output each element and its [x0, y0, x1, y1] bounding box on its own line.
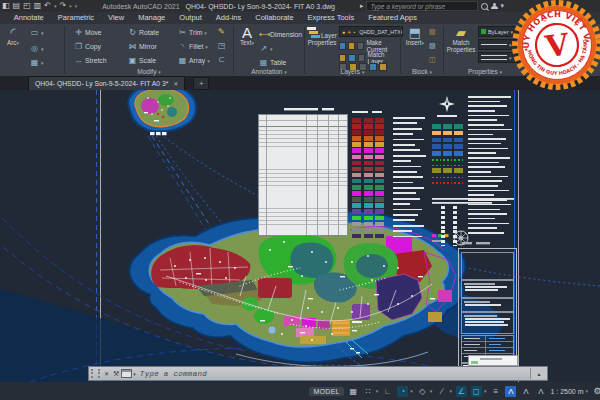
hatch-tool[interactable]: ▦▾: [30, 58, 44, 67]
search-expand-icon[interactable]: ▸: [360, 2, 364, 10]
panel-layers: Layer Properties ● ☀ ▪ QHDD_DAT_HTXH_1 ▾…: [306, 24, 399, 76]
ribbon-tab-annotate[interactable]: Annotate: [7, 12, 51, 24]
close-icon[interactable]: ✕: [104, 370, 109, 377]
ribbon-tab-output[interactable]: Output: [172, 12, 209, 24]
panel-label-modify[interactable]: Modify ▾: [66, 68, 232, 75]
rectangle-tool[interactable]: ▭▾: [30, 28, 44, 37]
erase-icon[interactable]: ✎: [218, 27, 225, 36]
redo-icon[interactable]: ↷: [59, 1, 66, 11]
route-legend-row: [432, 158, 463, 161]
redo-caret-icon[interactable]: ▾: [69, 3, 72, 9]
quick-access-toolbar[interactable]: ◧ ▤ ◰ ▥ ↶▾ ↷▾ ▾: [0, 1, 77, 11]
polar-tracking-icon[interactable]: ◔: [397, 386, 408, 397]
lineweight-icon[interactable]: ≡: [490, 386, 501, 397]
ribbon-tabs[interactable]: InsertAnnotateParametricViewManageOutput…: [0, 12, 424, 24]
ribbon-tab-view[interactable]: View: [101, 12, 131, 24]
layer-dropdown[interactable]: ● ☀ ▪ QHDD_DAT_HTXH_1 ▾: [339, 26, 403, 37]
dynamic-input-icon[interactable]: ◻: [471, 386, 482, 397]
offset-icon[interactable]: ⊂: [218, 55, 225, 64]
annotation-scale-value[interactable]: 1 : 2500 m: [550, 388, 583, 395]
circle-tool[interactable]: ◎▾: [30, 44, 44, 53]
legend-swatch-row: [352, 216, 384, 221]
osnap-caret-icon[interactable]: ▾: [484, 388, 487, 394]
edit-attribute-icon[interactable]: ▧: [429, 28, 436, 36]
snap-caret-icon[interactable]: ▾: [376, 388, 379, 394]
ribbon-tab-featured-apps[interactable]: Featured Apps: [361, 12, 424, 24]
status-bar: MODEL ▦ ∷▾ ∟ ◔▾ ◇▾ ∕▾ ∠ ◻▾ ≡ Λ Λ Λ 1 : 2…: [0, 382, 600, 400]
leader-button[interactable]: ↗▾: [259, 43, 273, 55]
match-properties-icon: ▰: [446, 26, 476, 40]
panel-modify: ✛Move ❐Copy ↔Stretch ↻Rotate ⋈Mirror ▣Sc…: [66, 24, 232, 76]
app-title: Autodesk AutoCAD 2021: [102, 3, 179, 10]
help-search-input[interactable]: Type a keyword or phrase: [366, 1, 478, 11]
arc-button[interactable]: ◜ Arc▾: [2, 26, 24, 47]
customize-icon[interactable]: ⚒: [113, 370, 119, 378]
mirror-button[interactable]: ⋈Mirror: [128, 41, 157, 53]
legend-swatch-row: [352, 136, 384, 141]
ribbon-tab-add-ins[interactable]: Add-ins: [209, 12, 248, 24]
object-snap-tracking-icon[interactable]: ∕: [436, 386, 447, 397]
app-icon[interactable]: ◧: [2, 1, 10, 11]
print-icon[interactable]: ▥: [34, 1, 42, 11]
account-icon[interactable]: [491, 3, 497, 9]
scale-text-mark: [437, 115, 457, 117]
drawing-file-tab[interactable]: QH04- QHSDD- Ly Son-9-5-2024- FIT A0 3* …: [28, 76, 185, 90]
command-bar-grip[interactable]: [91, 369, 100, 378]
undo-caret-icon[interactable]: ▾: [54, 3, 57, 9]
new-tab-button[interactable]: +: [193, 77, 209, 90]
match-properties-button[interactable]: ▰ Match Properties: [446, 26, 476, 53]
scale-caret-icon[interactable]: ▾: [585, 388, 588, 394]
ribbon-tab-parametric[interactable]: Parametric: [51, 12, 101, 24]
gear-icon[interactable]: ⚙: [592, 386, 600, 397]
block-editor-icon[interactable]: ▨: [429, 42, 436, 50]
panel-block: ⬒ Insert▾ ▧ ▨ ◫ Block ▾: [402, 24, 442, 76]
stretch-button[interactable]: ↔Stretch: [74, 55, 107, 67]
dimension-button[interactable]: ⟷Dimension: [259, 29, 302, 41]
command-line[interactable]: ✕ ⚒ ▾ Type a command ▲: [88, 366, 548, 381]
route-legend-row: [432, 138, 463, 143]
ortho-icon[interactable]: ∟: [382, 386, 393, 397]
grid-icon[interactable]: ▦: [348, 386, 359, 397]
account-caret-icon[interactable]: ▾: [500, 2, 504, 10]
isometric-caret-icon[interactable]: ▾: [430, 388, 433, 394]
command-input[interactable]: Type a command: [136, 370, 530, 378]
move-button[interactable]: ✛Move: [74, 27, 102, 39]
undo-icon[interactable]: ↶: [44, 1, 51, 11]
copy-button[interactable]: ❐Copy: [74, 41, 101, 53]
legend-swatch-row: [352, 209, 384, 214]
ribbon-tab-collaborate[interactable]: Collaborate: [248, 12, 300, 24]
search-icon[interactable]: [481, 3, 488, 10]
save-icon[interactable]: ▤: [13, 1, 21, 11]
ribbon-tab-insert[interactable]: Insert: [0, 12, 7, 24]
layer-properties-button[interactable]: Layer Properties: [307, 26, 337, 46]
insert-button[interactable]: ⬒ Insert▾: [404, 26, 426, 47]
autoscale-icon[interactable]: Λ: [520, 386, 531, 397]
rotate-button[interactable]: ↻Rotate: [128, 27, 159, 39]
trim-button[interactable]: ✂Trim▾: [178, 27, 207, 39]
array-button[interactable]: ▦Array▾: [178, 55, 210, 67]
scale-button[interactable]: ▣Scale: [128, 55, 156, 67]
panel-label-layers[interactable]: Layers ▾: [306, 68, 399, 75]
annotation-visibility-icon[interactable]: Λ: [505, 386, 516, 397]
define-attribute-icon[interactable]: ◫: [429, 56, 436, 64]
collapse-command-icon[interactable]: ▲: [530, 368, 547, 379]
model-space-button[interactable]: MODEL: [309, 387, 343, 396]
polar-caret-icon[interactable]: ▾: [410, 388, 413, 394]
text-button[interactable]: A Text▾: [237, 26, 257, 47]
fillet-button[interactable]: ◝Fillet▾: [178, 41, 208, 53]
open-icon[interactable]: ◰: [23, 1, 31, 11]
panel-label-block[interactable]: Block ▾: [402, 68, 442, 75]
isometric-icon[interactable]: ◇: [417, 386, 428, 397]
land-use-legend-swatches: [352, 118, 384, 240]
close-tab-icon[interactable]: ✕: [173, 80, 178, 87]
ribbon-tab-express-tools[interactable]: Express Tools: [301, 12, 362, 24]
tracking-caret-icon[interactable]: ▾: [449, 388, 452, 394]
snap-icon[interactable]: ∷: [363, 386, 374, 397]
ribbon-tab-manage[interactable]: Manage: [131, 12, 172, 24]
explode-icon[interactable]: ◳: [218, 41, 226, 50]
annotation-scale-icon[interactable]: Λ: [535, 386, 546, 397]
command-window-icon[interactable]: [121, 369, 132, 378]
drawing-canvas[interactable]: [0, 90, 600, 382]
object-snap-icon[interactable]: ∠: [456, 386, 467, 397]
panel-label-annotation[interactable]: Annotation ▾: [235, 68, 303, 75]
